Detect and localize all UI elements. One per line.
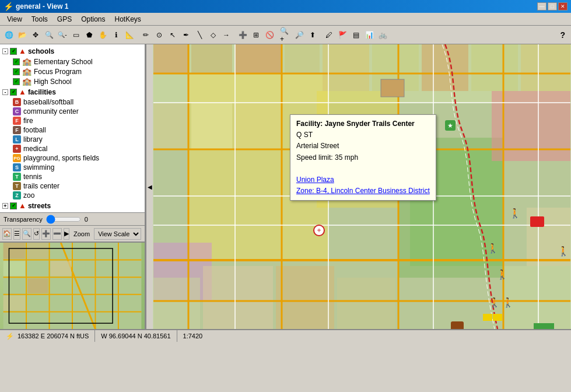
- tooltip-line5: [296, 163, 430, 174]
- tb-pen[interactable]: 🖊: [323, 29, 335, 41]
- medical-label: medical: [23, 145, 47, 153]
- layer-item-swimming[interactable]: S swimming: [1, 163, 143, 172]
- tb-add[interactable]: ➕: [236, 29, 249, 41]
- streets-checkbox[interactable]: ✓: [10, 202, 17, 209]
- svg-rect-13: [51, 261, 72, 276]
- tb-zoom-in[interactable]: 🔍: [43, 29, 55, 41]
- layer-item-highschool[interactable]: ✓ 🏫 High School: [1, 76, 143, 86]
- layer-tree[interactable]: - ✓ ▲ schools ✓ 🏫 Elementary School ✓ 🏫: [0, 44, 145, 212]
- schools-group: - ✓ ▲ schools ✓ 🏫 Elementary School ✓ 🏫: [1, 46, 143, 86]
- tb-measure[interactable]: 📐: [123, 29, 136, 41]
- bt-home[interactable]: 🏠: [2, 228, 12, 240]
- svg-text:🚶: 🚶: [509, 208, 521, 219]
- tb-bike[interactable]: 🚲: [376, 29, 389, 41]
- tb-layer[interactable]: ▤: [349, 29, 362, 41]
- tb-edit[interactable]: ✏: [139, 29, 152, 41]
- bt-right[interactable]: ▶: [64, 228, 69, 240]
- menu-options[interactable]: Options: [76, 14, 110, 24]
- svg-rect-30: [521, 44, 570, 91]
- tb-plus2[interactable]: 🔍+: [279, 29, 292, 41]
- bt-refresh[interactable]: ↺: [33, 228, 40, 240]
- minimize-button[interactable]: —: [537, 2, 547, 10]
- layer-item-focus[interactable]: ✓ 🏫 Focus Program: [1, 66, 143, 76]
- layer-item-football[interactable]: F football: [1, 125, 143, 135]
- map-area[interactable]: ♦ ★ 🚶 🚶 🚶 🚶 🚶 🚶: [153, 44, 571, 329]
- facilities-group: - ✓ ▲ facilities B baseball/softball C c…: [1, 86, 143, 200]
- svg-rect-12: [27, 243, 48, 259]
- menu-tools[interactable]: Tools: [27, 14, 52, 24]
- tb-zoom-full[interactable]: ⊞: [250, 29, 262, 41]
- bt-plus[interactable]: ➕: [41, 228, 51, 240]
- bt-minus[interactable]: ➖: [52, 228, 62, 240]
- layer-item-trails[interactable]: T trails center: [1, 181, 143, 191]
- tb-globe[interactable]: 🌐: [2, 29, 15, 41]
- mini-map-canvas: [0, 243, 145, 329]
- layer-item-playground[interactable]: PG playground, sports fields: [1, 153, 143, 163]
- bt-list[interactable]: ☰: [13, 228, 20, 240]
- tb-line[interactable]: ╲: [193, 29, 206, 41]
- trails-label: trails center: [23, 182, 59, 190]
- title-bar: ⚡ general - View 1 — □ ✕: [0, 0, 571, 13]
- tb-chart[interactable]: 📊: [363, 29, 376, 41]
- layer-item-library[interactable]: L library: [1, 135, 143, 144]
- tb-flag[interactable]: 🚩: [336, 29, 349, 41]
- menu-view[interactable]: View: [2, 14, 27, 24]
- tb-pointer[interactable]: ↖: [166, 29, 179, 41]
- tb-hand[interactable]: ✋: [96, 29, 109, 41]
- layer-item-baseball[interactable]: B baseball/softball: [1, 97, 143, 107]
- close-button[interactable]: ✕: [558, 2, 568, 10]
- elem-checkbox[interactable]: ✓: [13, 58, 20, 65]
- facilities-expand[interactable]: -: [2, 89, 8, 95]
- tb-zoom-out[interactable]: 🔍-: [56, 29, 69, 41]
- svg-rect-71: [451, 321, 464, 329]
- baseball-label: baseball/softball: [23, 98, 73, 106]
- schools-expand[interactable]: -: [2, 48, 8, 54]
- tb-pencil2[interactable]: ✒: [180, 29, 192, 41]
- facilities-checkbox[interactable]: ✓: [10, 89, 17, 96]
- tb-select-rect[interactable]: ▭: [69, 29, 82, 41]
- svg-text:🚶: 🚶: [487, 243, 499, 254]
- svg-rect-24: [235, 44, 282, 74]
- swimming-icon: S: [13, 163, 21, 172]
- tb-zoom2[interactable]: 🔎: [293, 29, 306, 41]
- library-label: library: [23, 135, 43, 144]
- svg-rect-11: [3, 243, 25, 259]
- streets-group-header[interactable]: + ✓ ▲ streets: [1, 200, 143, 211]
- tb-move[interactable]: ✥: [29, 29, 42, 41]
- tb-poly2[interactable]: ◇: [206, 29, 219, 41]
- tb-ban[interactable]: 🚫: [263, 29, 276, 41]
- facilities-group-header[interactable]: - ✓ ▲ facilities: [1, 86, 143, 97]
- bt-search[interactable]: 🔍: [22, 228, 31, 240]
- help-button[interactable]: ?: [556, 30, 569, 40]
- layer-item-community[interactable]: C community center: [1, 107, 143, 116]
- layer-item-tennis[interactable]: T tennis: [1, 172, 143, 181]
- svg-rect-38: [153, 278, 200, 329]
- tb-open[interactable]: 📂: [16, 29, 29, 41]
- collapse-handle[interactable]: ◀: [146, 44, 153, 329]
- tb-select-poly[interactable]: ⬟: [83, 29, 96, 41]
- transparency-slider[interactable]: [46, 215, 81, 224]
- svg-rect-25: [285, 44, 320, 74]
- layer-item-fire[interactable]: F fire: [1, 116, 143, 125]
- svg-rect-41: [337, 278, 395, 329]
- focus-checkbox[interactable]: ✓: [13, 68, 20, 75]
- layer-item-zoo[interactable]: Z zoo: [1, 191, 143, 200]
- tb-arrow[interactable]: →: [220, 29, 233, 41]
- tb-identify[interactable]: ℹ: [110, 29, 122, 41]
- tb-cursor[interactable]: ⬆: [306, 29, 319, 41]
- view-scale-select[interactable]: View Scale: [94, 228, 141, 240]
- schools-checkbox[interactable]: ✓: [10, 48, 17, 55]
- maximize-button[interactable]: □: [548, 2, 557, 10]
- transparency-value: 0: [85, 216, 88, 223]
- schools-group-header[interactable]: - ✓ ▲ schools: [1, 46, 143, 57]
- layer-item-elementary[interactable]: ✓ 🏫 Elementary School: [1, 57, 143, 66]
- streets-group: + ✓ ▲ streets: [1, 200, 143, 211]
- streets-expand[interactable]: +: [2, 203, 8, 209]
- high-checkbox[interactable]: ✓: [13, 78, 20, 85]
- menu-gps[interactable]: GPS: [52, 14, 76, 24]
- mini-map: [0, 242, 145, 329]
- menu-hotkeys[interactable]: HotKeys: [110, 14, 146, 24]
- playground-icon: PG: [13, 154, 21, 162]
- layer-item-medical[interactable]: + medical: [1, 144, 143, 153]
- tb-node[interactable]: ⊙: [153, 29, 166, 41]
